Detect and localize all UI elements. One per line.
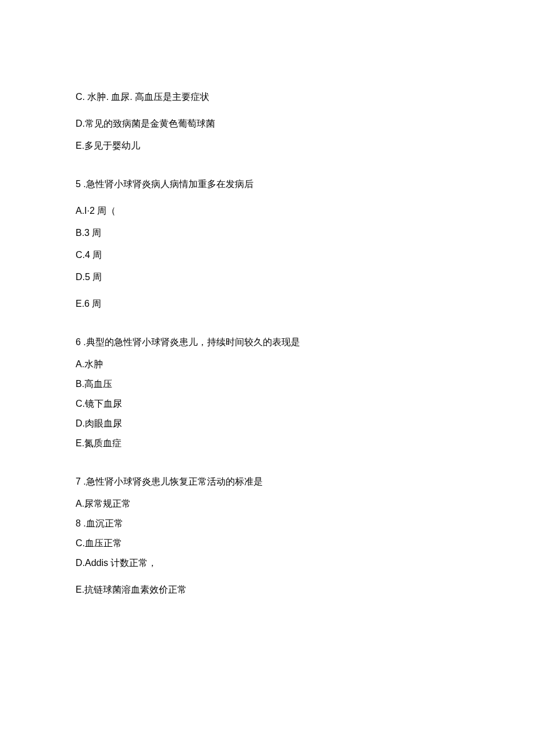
q6-option-d: D.肉眼血尿 bbox=[76, 417, 459, 431]
q4-option-d: D.常见的致病菌是金黄色葡萄球菌 bbox=[76, 117, 459, 131]
q5-option-d: D.5 周 bbox=[76, 270, 459, 284]
q7-option-b: 8 .血沉正常 bbox=[76, 517, 459, 531]
q6-option-c: C.镜下血尿 bbox=[76, 397, 459, 411]
q7-option-a: A.尿常规正常 bbox=[76, 497, 459, 511]
q5-option-c: C.4 周 bbox=[76, 248, 459, 262]
q7-stem: 7 .急性肾小球肾炎患儿恢复正常活动的标准是 bbox=[76, 475, 459, 489]
q6-option-a: A.水肿 bbox=[76, 357, 459, 371]
q5-stem: 5 .急性肾小球肾炎病人病情加重多在发病后 bbox=[76, 177, 459, 191]
q7-option-d: D.Addis 计数正常， bbox=[76, 556, 459, 570]
q7-option-c: C.血压正常 bbox=[76, 536, 459, 550]
q7-option-e: E.抗链球菌溶血素效价正常 bbox=[76, 583, 459, 597]
q5-option-e: E.6 周 bbox=[76, 297, 459, 311]
q4-option-e: E.多见于婴幼儿 bbox=[76, 139, 459, 153]
q5-option-a: A.I·2 周（ bbox=[76, 204, 459, 218]
q6-stem: 6 .典型的急性肾小球肾炎患儿，持续时间较久的表现是 bbox=[76, 335, 459, 349]
q6-option-e: E.氮质血症 bbox=[76, 436, 459, 450]
q5-option-b: B.3 周 bbox=[76, 226, 459, 240]
q6-option-b: B.高血压 bbox=[76, 377, 459, 391]
q4-option-c: C. 水肿. 血尿. 高血压是主要症状 bbox=[76, 90, 459, 104]
